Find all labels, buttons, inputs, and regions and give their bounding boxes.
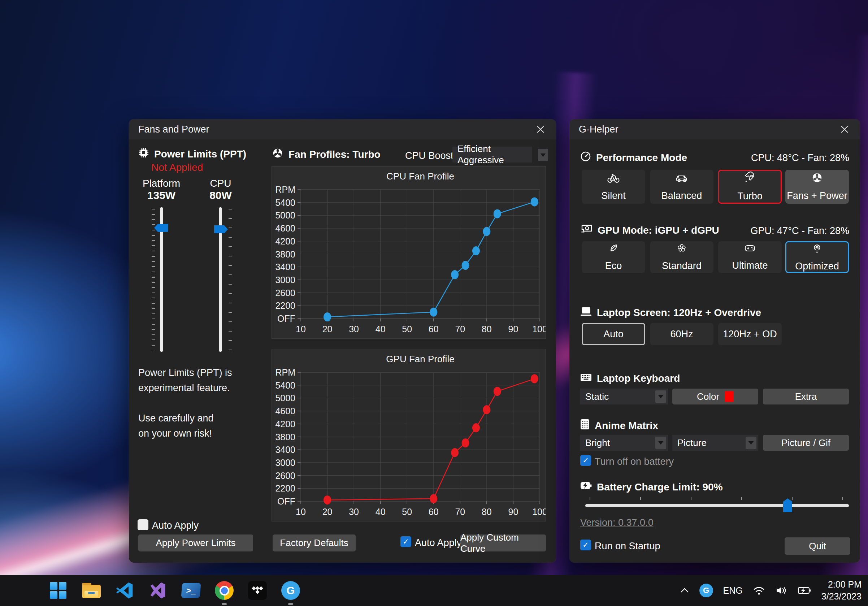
cpu-slider-thumb[interactable] bbox=[214, 225, 228, 233]
laptop-screen-title: Laptop Screen: 120Hz + Overdrive bbox=[597, 307, 761, 319]
svg-text:5000: 5000 bbox=[275, 210, 295, 220]
close-icon[interactable] bbox=[839, 123, 851, 135]
svg-text:100: 100 bbox=[532, 507, 546, 517]
svg-text:20: 20 bbox=[322, 507, 333, 517]
matrix-brightness-value: Bright bbox=[585, 437, 610, 448]
lightbulb-gear-icon bbox=[811, 242, 823, 256]
visual-studio-button[interactable] bbox=[148, 580, 168, 601]
platform-slider-thumb[interactable] bbox=[154, 224, 168, 232]
apply-custom-curve-button[interactable]: Apply Custom Curve bbox=[460, 535, 546, 552]
language-indicator[interactable]: ENG bbox=[723, 586, 743, 596]
svg-text:5400: 5400 bbox=[275, 380, 295, 391]
screen-button-60hz[interactable]: 60Hz bbox=[650, 323, 713, 345]
ghelper-title: G-Helper bbox=[579, 124, 618, 135]
gpu-button-ultimate[interactable]: Ultimate bbox=[718, 241, 782, 273]
start-button[interactable] bbox=[48, 580, 68, 601]
battery-slider-thumb[interactable] bbox=[783, 498, 792, 512]
tidal-button[interactable] bbox=[247, 580, 268, 601]
close-icon[interactable] bbox=[535, 123, 547, 135]
taskbar-clock[interactable]: 2:00 PM 3/23/2023 bbox=[822, 578, 862, 602]
turn-off-on-battery-checkbox[interactable]: ✓ bbox=[580, 455, 591, 466]
svg-text:3800: 3800 bbox=[275, 249, 295, 259]
gpu-temp-status: GPU: 47°C - Fan: 28% bbox=[751, 225, 849, 237]
svg-text:10: 10 bbox=[296, 507, 306, 517]
perf-button-balanced[interactable]: Balanced bbox=[650, 170, 713, 204]
keyboard-color-button[interactable]: Color bbox=[672, 389, 758, 405]
running-indicator bbox=[222, 603, 227, 605]
clock-time: 2:00 PM bbox=[822, 578, 862, 591]
factory-defaults-button[interactable]: Factory Defaults bbox=[273, 535, 356, 552]
vscode-icon bbox=[115, 581, 134, 600]
screen-button-auto[interactable]: Auto bbox=[582, 323, 645, 345]
matrix-content-dropdown[interactable]: Picture bbox=[672, 435, 758, 451]
apply-power-limits-button[interactable]: Apply Power Limits bbox=[138, 535, 253, 552]
svg-text:OFF: OFF bbox=[277, 313, 295, 324]
quit-button[interactable]: Quit bbox=[784, 537, 850, 555]
fan-profiles-header: Fan Profiles: Turbo bbox=[272, 147, 381, 161]
volume-icon[interactable] bbox=[775, 586, 787, 595]
perf-button-turbo[interactable]: Turbo bbox=[718, 170, 782, 204]
chevron-down-icon[interactable] bbox=[746, 437, 756, 449]
wifi-icon[interactable] bbox=[753, 586, 765, 595]
fan-icon bbox=[272, 147, 284, 161]
gpu-fan-chart-svg[interactable]: GPU Fan ProfileOFF2200260030003400380042… bbox=[272, 349, 546, 521]
g-helper-tray-icon[interactable]: G bbox=[699, 584, 713, 597]
cpu-boost-dropdown[interactable]: Efficient Aggressive bbox=[453, 147, 532, 163]
gpu-fan-chart[interactable]: GPU Fan ProfileOFF2200260030003400380042… bbox=[271, 349, 546, 521]
auto-apply-curve-checkbox[interactable]: ✓ bbox=[400, 536, 411, 547]
leaf-icon bbox=[608, 243, 619, 256]
battery-slider-track[interactable] bbox=[585, 504, 849, 507]
ghelper-titlebar[interactable]: G-Helper bbox=[569, 119, 860, 139]
svg-text:30: 30 bbox=[349, 507, 359, 517]
cpu-boost-dropdown-arrow[interactable] bbox=[538, 149, 548, 161]
gpu-button-standard[interactable]: Standard bbox=[650, 241, 713, 273]
svg-text:OFF: OFF bbox=[277, 496, 295, 506]
svg-text:2600: 2600 bbox=[275, 471, 295, 481]
chevron-down-icon[interactable] bbox=[655, 391, 666, 403]
svg-text:CPU Fan Profile: CPU Fan Profile bbox=[386, 171, 454, 182]
vscode-button[interactable] bbox=[115, 580, 135, 601]
perf-button-silent[interactable]: Silent bbox=[582, 170, 645, 204]
run-on-startup-checkbox[interactable]: ✓ bbox=[580, 539, 591, 550]
fans-window-titlebar[interactable]: Fans and Power bbox=[129, 119, 556, 139]
power-limits-title: Power Limits (PPT) bbox=[154, 149, 246, 160]
note-line: Use carefully and bbox=[138, 411, 232, 426]
screen-button-120hz-od[interactable]: 120Hz + OD bbox=[718, 323, 782, 345]
platform-slider-ticks bbox=[152, 209, 155, 350]
svg-text:3000: 3000 bbox=[275, 275, 295, 285]
gamepad-icon bbox=[744, 243, 756, 256]
g-helper-button[interactable]: G bbox=[281, 580, 301, 601]
keyboard-mode-dropdown[interactable]: Static bbox=[580, 389, 668, 405]
power-limits-header: Power Limits (PPT) bbox=[138, 147, 246, 161]
tray-chevron-up-icon[interactable] bbox=[680, 587, 689, 594]
version-link[interactable]: Version: 0.37.0.0 bbox=[580, 517, 654, 529]
matrix-picture-gif-button[interactable]: Picture / Gif bbox=[763, 435, 849, 451]
chrome-button[interactable] bbox=[214, 580, 234, 601]
chevron-down-icon[interactable] bbox=[655, 437, 666, 449]
gpu-button-label: Standard bbox=[662, 260, 702, 271]
cpu-label: CPU bbox=[198, 178, 243, 189]
svg-text:70: 70 bbox=[455, 324, 465, 334]
auto-apply-power-checkbox[interactable]: ✓ bbox=[138, 519, 149, 530]
cpu-fan-chart-svg[interactable]: CPU Fan ProfileOFF2200260030003400380042… bbox=[272, 166, 546, 338]
matrix-brightness-dropdown[interactable]: Bright bbox=[580, 435, 668, 451]
cpu-fan-chart[interactable]: CPU Fan ProfileOFF2200260030003400380042… bbox=[271, 166, 546, 339]
color-swatch bbox=[725, 391, 734, 402]
perf-button-label: Fans + Power bbox=[787, 190, 847, 201]
gpu-button-eco[interactable]: Eco bbox=[582, 241, 645, 273]
taskbar-icons: >_ G bbox=[48, 575, 301, 606]
svg-text:40: 40 bbox=[375, 324, 386, 334]
svg-text:70: 70 bbox=[455, 507, 465, 517]
file-explorer-button[interactable] bbox=[81, 580, 101, 601]
cpu-boost-label: CPU Boost bbox=[405, 150, 454, 161]
folder-icon bbox=[82, 583, 101, 598]
svg-text:80: 80 bbox=[482, 324, 492, 334]
gpu-button-optimized[interactable]: Optimized bbox=[785, 241, 849, 273]
battery-charging-icon[interactable] bbox=[798, 586, 811, 595]
keyboard-extra-button[interactable]: Extra bbox=[763, 389, 849, 405]
svg-text:RPM: RPM bbox=[275, 184, 295, 195]
chrome-icon bbox=[215, 581, 234, 600]
svg-text:4600: 4600 bbox=[275, 223, 295, 233]
perf-button-fans-power[interactable]: Fans + Power bbox=[785, 170, 849, 204]
powershell-button[interactable]: >_ bbox=[181, 580, 201, 601]
